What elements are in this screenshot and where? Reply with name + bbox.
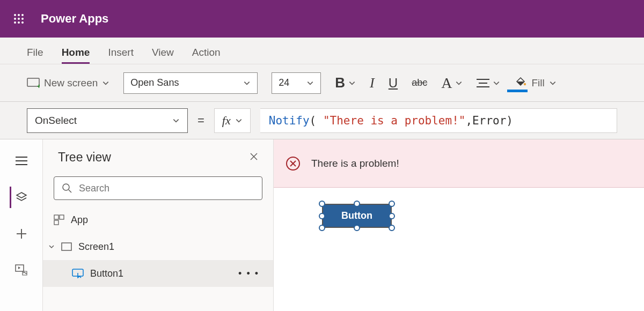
svg-point-4 (18, 18, 20, 20)
fx-button[interactable]: fx (214, 108, 251, 133)
search-input[interactable] (78, 182, 254, 195)
paint-bucket-icon (514, 75, 527, 91)
svg-point-2 (21, 14, 24, 16)
brand-title: Power Apps (41, 12, 108, 26)
strikethrough-icon: abc (412, 77, 427, 88)
svg-point-1 (18, 14, 20, 16)
selected-control-button1[interactable]: Button (322, 204, 392, 228)
notification-banner: There is a problem! (274, 139, 644, 188)
chevron-down-icon (493, 79, 500, 87)
new-screen-button[interactable]: + New screen (27, 77, 109, 89)
formula-input[interactable]: Notify( "There is a problem!" , Error) (260, 108, 617, 133)
rail-insert[interactable] (11, 223, 32, 245)
fill-label: Fill (531, 77, 544, 89)
new-screen-label: New screen (44, 77, 98, 89)
svg-rect-29 (62, 243, 71, 250)
chevron-down-icon (235, 117, 243, 124)
font-color-icon: A (441, 75, 452, 92)
rail-tree-view[interactable] (10, 187, 31, 208)
fill-button[interactable]: Fill (514, 75, 556, 91)
canvas[interactable]: There is a problem! Button (274, 139, 644, 311)
strikethrough-button[interactable]: abc (412, 77, 427, 88)
notification-text: There is a problem! (311, 158, 399, 169)
svg-rect-28 (54, 220, 58, 225)
chevron-down-icon (455, 79, 463, 87)
bold-button[interactable]: B (335, 75, 356, 91)
left-rail (0, 139, 43, 311)
tree-view-panel: Tree view App Screen1 Button1 • • • (43, 139, 274, 311)
align-button[interactable] (477, 78, 500, 88)
app-launcher-button[interactable] (0, 0, 38, 38)
chevron-down-icon (172, 117, 180, 124)
svg-point-5 (21, 18, 24, 20)
more-options-button[interactable]: • • • (238, 268, 267, 279)
property-value: OnSelect (35, 115, 77, 127)
resize-handle[interactable] (389, 225, 395, 231)
italic-button[interactable]: I (370, 75, 375, 91)
rail-media[interactable] (11, 260, 32, 281)
formula-token-string: "There is a problem!" (323, 114, 466, 127)
chevron-down-icon (48, 243, 55, 250)
menu-home[interactable]: Home (62, 47, 90, 64)
resize-handle[interactable] (354, 201, 360, 207)
menu-file[interactable]: File (27, 47, 43, 64)
new-screen-icon: + (27, 78, 40, 88)
svg-point-8 (21, 21, 24, 24)
svg-line-25 (69, 190, 71, 192)
resize-handle[interactable] (389, 201, 395, 207)
font-size-select[interactable]: 24 (272, 72, 321, 94)
chevron-down-icon (306, 79, 314, 87)
chevron-down-icon (348, 79, 356, 87)
rail-hamburger[interactable] (11, 150, 32, 172)
tree-item-app[interactable]: App (43, 206, 273, 233)
underline-button[interactable]: U (389, 76, 398, 91)
underline-icon: U (389, 76, 398, 91)
tree-view-title: Tree view (58, 150, 111, 165)
formula-bar: OnSelect = fx Notify( "There is a proble… (0, 102, 644, 139)
tree-item-button1[interactable]: Button1 • • • (43, 260, 273, 287)
tree-item-label: App (71, 214, 88, 226)
fx-icon: fx (222, 114, 231, 128)
menu-action[interactable]: Action (192, 47, 221, 64)
resize-handle[interactable] (319, 225, 325, 231)
svg-point-7 (18, 21, 20, 24)
tree-item-label: Screen1 (78, 241, 114, 253)
screen-icon (61, 242, 72, 251)
svg-marker-21 (18, 266, 20, 269)
align-icon (477, 78, 489, 88)
tree-search-box[interactable] (54, 176, 262, 200)
media-icon (15, 264, 28, 276)
formula-token-func: Notify (269, 114, 310, 127)
search-icon (62, 183, 72, 194)
property-select[interactable]: OnSelect (27, 108, 188, 133)
resize-handle[interactable] (319, 213, 325, 219)
svg-rect-26 (54, 215, 58, 219)
tree-item-label: Button1 (90, 268, 123, 279)
font-family-select[interactable]: Open Sans (123, 72, 258, 94)
chevron-down-icon (549, 79, 557, 87)
resize-handle[interactable] (389, 213, 395, 219)
svg-point-0 (14, 14, 16, 16)
font-color-button[interactable]: A (441, 75, 463, 92)
more-icon: • • • (238, 268, 259, 279)
resize-handle[interactable] (354, 225, 360, 231)
layers-icon (15, 191, 28, 204)
italic-icon: I (370, 75, 375, 91)
svg-point-14 (524, 83, 526, 85)
resize-handle[interactable] (319, 201, 325, 207)
button-text: Button (341, 210, 372, 221)
svg-point-6 (14, 21, 16, 24)
close-button[interactable] (250, 151, 258, 164)
menu-view[interactable]: View (152, 47, 174, 64)
svg-point-3 (14, 18, 16, 20)
close-icon (250, 152, 258, 161)
chevron-down-icon (102, 79, 109, 87)
font-size-value: 24 (279, 77, 289, 88)
hamburger-icon (16, 156, 27, 166)
menu-insert[interactable]: Insert (108, 47, 134, 64)
ribbon: + New screen Open Sans 24 B I U abc A (0, 64, 644, 102)
tree-item-screen1[interactable]: Screen1 (43, 233, 273, 260)
error-icon (286, 156, 301, 171)
button-control-icon (72, 269, 84, 278)
svg-point-24 (63, 184, 69, 190)
